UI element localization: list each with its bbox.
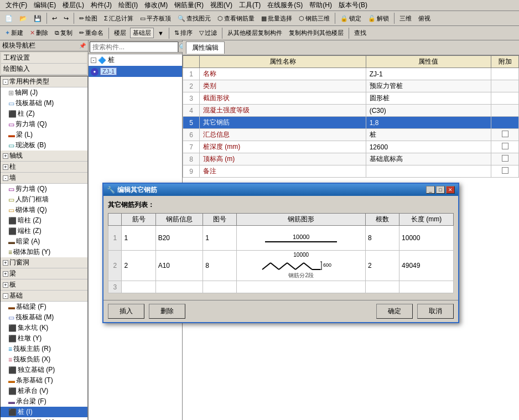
nav-raft2[interactable]: ▭ 筏板基础 (M) xyxy=(1,312,87,323)
rename-btn[interactable]: ✏ 重命名 xyxy=(76,28,106,38)
dialog-maximize-btn[interactable]: □ xyxy=(436,186,445,194)
prop-value-2[interactable]: 预应力管桩 xyxy=(366,80,491,92)
unlock-btn[interactable]: 🔓 解锁 xyxy=(365,13,392,24)
section-draw[interactable]: 绘图输入 xyxy=(1,64,87,75)
dialog-close-btn[interactable]: ✕ xyxy=(446,186,455,194)
nav-raft[interactable]: ▭ 筏板基础 (M) xyxy=(1,98,87,108)
rebar-info-2[interactable]: A10 xyxy=(155,251,203,281)
find-btn[interactable]: 查找 xyxy=(351,28,369,38)
base-floor-btn[interactable]: 基础层 xyxy=(130,28,154,38)
batch-select-btn[interactable]: ▦ 批量选择 xyxy=(258,13,295,24)
nav-dark-beam[interactable]: ▬ 暗梁 (A) xyxy=(1,236,87,247)
nav-foundation-group[interactable]: - 基础 xyxy=(1,291,87,302)
filter-btn[interactable]: ▽ 过滤 xyxy=(196,28,220,38)
nav-masonry-rebar[interactable]: ≡ 砌体加筋 (Y) xyxy=(1,247,87,257)
nav-shear-wall[interactable]: ▭ 剪力墙 (Q) xyxy=(1,119,87,129)
prop-cb-9[interactable] xyxy=(491,165,519,178)
comp-zj1[interactable]: ● ZJ-1 xyxy=(89,66,182,77)
menu-component[interactable]: 构件(J) xyxy=(87,0,115,11)
menu-view[interactable]: 视图(V) xyxy=(207,0,236,11)
nav-slab-group[interactable]: + 板 xyxy=(1,279,87,291)
nav-beam[interactable]: ▬ 梁 (L) xyxy=(1,129,87,140)
draw-btn[interactable]: ✏ 绘图 xyxy=(76,13,100,24)
rebar-info-3[interactable] xyxy=(155,281,203,293)
flat-top-btn[interactable]: ▭ 平齐板顶 xyxy=(137,13,174,24)
nav-dark-col[interactable]: ⬛ 暗柱 (Z) xyxy=(1,215,87,226)
prop-cb-7[interactable] xyxy=(491,141,519,153)
prop-value-3[interactable]: 圆形桩 xyxy=(366,92,491,105)
search-input[interactable] xyxy=(90,42,178,53)
lock-btn[interactable]: 🔒 锁定 xyxy=(338,13,364,24)
nav-cap-beam[interactable]: ▬ 承台梁 (F) xyxy=(1,396,87,407)
nav-slab[interactable]: ▭ 现浇板 (B) xyxy=(1,140,87,151)
prop-cb-8[interactable] xyxy=(491,153,519,165)
prop-value-8[interactable]: 基础底标高 xyxy=(366,153,491,165)
menu-modify[interactable]: 修改(M) xyxy=(141,0,171,11)
new-file-btn[interactable]: 📄 xyxy=(2,14,15,23)
nav-shear-wall2[interactable]: ▭ 剪力墙 (Q) xyxy=(1,184,87,194)
checkbox-6[interactable] xyxy=(502,131,508,137)
nav-raft-main[interactable]: ≡ 筏板主筋 (R) xyxy=(1,344,87,354)
menu-edit[interactable]: 编辑(E) xyxy=(30,0,59,11)
menu-help[interactable]: 帮助(H) xyxy=(306,0,335,11)
menu-online[interactable]: 在线服务(S) xyxy=(264,0,306,11)
nav-col-group[interactable]: + 柱 xyxy=(1,162,87,173)
menu-tools[interactable]: 工具(T) xyxy=(236,0,264,11)
calc-btn[interactable]: Σ 汇总计算 xyxy=(101,13,136,24)
prop-value-7[interactable]: 12600 xyxy=(366,141,491,153)
floor-btn[interactable]: 楼层 xyxy=(111,28,129,38)
rebar-barno-3[interactable] xyxy=(122,281,155,293)
nav-beam-group[interactable]: + 梁 xyxy=(1,268,87,279)
sort-btn[interactable]: ⇅ 排序 xyxy=(172,28,195,38)
nav-sump[interactable]: ⬛ 集水坑 (K) xyxy=(1,323,87,333)
nav-axis[interactable]: ⊞ 轴网 (J) xyxy=(1,87,87,98)
nav-axis-group[interactable]: + 轴线 xyxy=(1,151,87,162)
menu-version[interactable]: 版本号(B) xyxy=(335,0,371,11)
comp-root[interactable]: - 🔷 桩 xyxy=(89,54,182,66)
prop-value-1[interactable]: ZJ-1 xyxy=(366,68,491,80)
tab-prop-edit[interactable]: 属性编辑 xyxy=(186,42,225,54)
nav-common-types[interactable]: - 常用构件类型 xyxy=(1,76,87,87)
save-btn[interactable]: 💾 xyxy=(31,14,44,23)
nav-end-col[interactable]: ⬛ 端柱 (Z) xyxy=(1,226,87,236)
nav-door-window[interactable]: + 门窗洞 xyxy=(1,257,87,268)
rebar-count-3[interactable] xyxy=(365,281,399,293)
rebar-shapeno-3[interactable] xyxy=(203,281,237,293)
nav-found-beam[interactable]: ▬ 基础梁 (F) xyxy=(1,302,87,312)
rebar-3d-btn[interactable]: ⬡ 钢筋三维 xyxy=(296,13,333,24)
rebar-length-3[interactable] xyxy=(399,281,454,293)
redo-btn[interactable]: ↪ xyxy=(61,14,71,23)
rebar-shapeno-2[interactable]: 8 xyxy=(203,251,237,281)
nav-civil-defense[interactable]: ▭ 人防门框墙 xyxy=(1,194,87,205)
cancel-btn[interactable]: 取消 xyxy=(417,304,454,319)
nav-strip-found[interactable]: ▬ 条形基础 (T) xyxy=(1,375,87,386)
pin-btn[interactable]: 📌 xyxy=(79,43,86,49)
checkbox-9[interactable] xyxy=(502,167,508,174)
copy-from-floor-btn[interactable]: 从其他楼层复制构件 xyxy=(225,28,285,38)
find-elem-btn[interactable]: 🔍 查找图元 xyxy=(175,13,214,24)
rebar-barno-1[interactable]: 1 xyxy=(122,226,155,251)
nav-indep-found[interactable]: ⬛ 独立基础 (P) xyxy=(1,365,87,375)
prop-value-5[interactable]: 1,8 xyxy=(366,117,491,129)
dialog-minimize-btn[interactable]: _ xyxy=(426,186,435,194)
3d-btn[interactable]: 三维 xyxy=(397,13,414,24)
nav-pile[interactable]: ⬛ 桩 (I) xyxy=(1,407,87,417)
nav-pile-cap[interactable]: ⬛ 桩承台 (V) xyxy=(1,386,87,396)
delete-comp-btn[interactable]: ✕ 删除 xyxy=(27,28,51,38)
checkbox-8[interactable] xyxy=(502,155,508,162)
new-comp-btn[interactable]: ✦ 新建 xyxy=(2,28,26,38)
menu-rebar[interactable]: 钢筋量(R) xyxy=(171,0,207,11)
open-btn[interactable]: 📂 xyxy=(17,14,30,23)
checkbox-7[interactable] xyxy=(502,143,508,149)
undo-btn[interactable]: ↩ xyxy=(49,14,60,23)
menu-draw[interactable]: 绘图(I) xyxy=(115,0,141,11)
prop-value-4[interactable]: (C30) xyxy=(366,105,491,117)
rebar-length-1[interactable]: 10000 xyxy=(399,226,454,251)
nav-wall-group[interactable]: - 墙 xyxy=(1,173,87,184)
rebar-shapeno-1[interactable]: 1 xyxy=(203,226,237,251)
nav-found-strip[interactable]: ▬ 基础板带 (W) xyxy=(1,417,87,420)
copy-to-floor-btn[interactable]: 复制构件到其他楼层 xyxy=(286,28,346,38)
rebar-count-2[interactable]: 2 xyxy=(365,251,399,281)
nav-column[interactable]: ⬛ 柱 (Z) xyxy=(1,108,87,119)
nav-raft-neg[interactable]: ≡ 筏板负筋 (X) xyxy=(1,354,87,365)
